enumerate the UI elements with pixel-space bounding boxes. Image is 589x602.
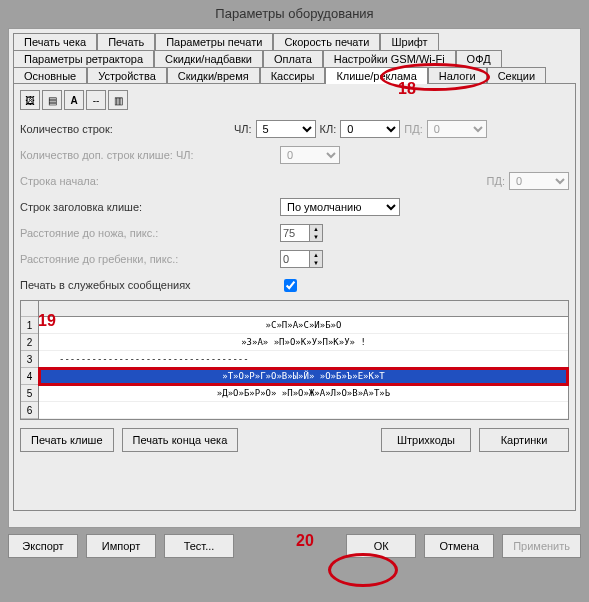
tab-cashiers[interactable]: Кассиры — [260, 67, 326, 84]
select-start-pd: 0 — [509, 172, 569, 190]
select-extra: 0 — [280, 146, 340, 164]
label-knife: Расстояние до ножа, пикс.: — [20, 227, 280, 239]
btn-export[interactable]: Экспорт — [8, 534, 78, 558]
bold-icon[interactable]: A — [64, 90, 84, 110]
tab-receipt-print[interactable]: Печать чека — [13, 33, 97, 50]
btn-barcodes[interactable]: Штрихкоды — [381, 428, 471, 452]
tab-main[interactable]: Основные — [13, 67, 87, 84]
annotation-circle-20 — [328, 553, 398, 587]
tab-discounts[interactable]: Скидки/надбавки — [154, 50, 263, 67]
main-panel: Печать чека Печать Параметры печати Скор… — [8, 28, 581, 528]
annotation-circle-18 — [380, 63, 490, 91]
annotation-18: 18 — [398, 80, 416, 98]
tab-row-3: Основные Устройства Скидки/время Кассиры… — [13, 67, 576, 84]
doc-icon[interactable]: ▤ — [42, 90, 62, 110]
label-pd: ПД: — [404, 123, 422, 135]
spin-comb: ▲▼ — [309, 250, 323, 268]
select-pd: 0 — [427, 120, 487, 138]
grid-row-6[interactable] — [39, 402, 568, 419]
tab-row-1: Печать чека Печать Параметры печати Скор… — [13, 33, 576, 50]
tab-retractor[interactable]: Параметры ретрактора — [13, 50, 154, 67]
spin-knife: ▲▼ — [309, 224, 323, 242]
dialog-buttons: Экспорт Импорт Тест... ОК Отмена Примени… — [8, 534, 581, 558]
checkbox-service[interactable] — [284, 279, 297, 292]
label-lines: Количество строк: — [20, 123, 230, 135]
tab-sections[interactable]: Секции — [487, 67, 546, 84]
input-knife — [280, 224, 310, 242]
select-kl[interactable]: 0 — [340, 120, 400, 138]
tab-devices[interactable]: Устройства — [87, 67, 167, 84]
label-chl: ЧЛ: — [234, 123, 252, 135]
tab-font[interactable]: Шрифт — [380, 33, 438, 50]
tab-content: 18 🖼 ▤ A -- ▥ Количество строк: ЧЛ: 5 КЛ… — [13, 83, 576, 511]
label-extra: Количество доп. строк клише: ЧЛ: — [20, 149, 280, 161]
label-start-pd: ПД: — [487, 175, 505, 187]
label-comb: Расстояние до гребенки, пикс.: — [20, 253, 280, 265]
label-kl: КЛ: — [320, 123, 337, 135]
tab-print-params[interactable]: Параметры печати — [155, 33, 273, 50]
cliche-grid[interactable]: 123456 »С»П»А»С»И»Б»О »З»А» »П»О»К»У»П»К… — [20, 300, 569, 420]
tab-print[interactable]: Печать — [97, 33, 155, 50]
grid-buttons: Печать клише Печать конца чека Штрихкоды… — [20, 428, 569, 452]
tab-row-2: Параметры ретрактора Скидки/надбавки Опл… — [13, 50, 576, 67]
btn-print-end[interactable]: Печать конца чека — [122, 428, 239, 452]
format-toolbar: 🖼 ▤ A -- ▥ — [20, 90, 569, 110]
annotation-19: 19 — [38, 312, 56, 330]
barcode-icon[interactable]: ▥ — [108, 90, 128, 110]
btn-pictures[interactable]: Картинки — [479, 428, 569, 452]
btn-print-cliche[interactable]: Печать клише — [20, 428, 114, 452]
label-service: Печать в служебных сообщениях — [20, 279, 280, 291]
dash-icon[interactable]: -- — [86, 90, 106, 110]
btn-import[interactable]: Импорт — [86, 534, 156, 558]
image-icon[interactable]: 🖼 — [20, 90, 40, 110]
grid-row-2[interactable]: »З»А» »П»О»К»У»П»К»У» ! — [39, 334, 568, 351]
btn-test[interactable]: Тест... — [164, 534, 234, 558]
select-header[interactable]: По умолчанию — [280, 198, 400, 216]
tab-disc-time[interactable]: Скидки/время — [167, 67, 260, 84]
annotation-20: 20 — [296, 532, 314, 550]
btn-apply: Применить — [502, 534, 581, 558]
label-start: Строка начала: — [20, 175, 230, 187]
input-comb — [280, 250, 310, 268]
window-title: Параметры оборудования — [0, 0, 589, 28]
grid-row-1[interactable]: »С»П»А»С»И»Б»О — [39, 317, 568, 334]
grid-row-3[interactable]: ----------------------------------- — [39, 351, 568, 368]
label-header: Строк заголовка клише: — [20, 201, 280, 213]
grid-row-numbers: 123456 — [21, 301, 39, 419]
tab-payment[interactable]: Оплата — [263, 50, 323, 67]
btn-cancel[interactable]: Отмена — [424, 534, 494, 558]
grid-row-4-selected[interactable]: »Т»О»Р»Г»О»В»Ы»Й» »О»Б»Ъ»Е»К»Т — [39, 368, 568, 385]
select-chl[interactable]: 5 — [256, 120, 316, 138]
tab-print-speed[interactable]: Скорость печати — [273, 33, 380, 50]
grid-row-5[interactable]: »Д»О»Б»Р»О» »П»О»Ж»А»Л»О»В»А»Т»Ь — [39, 385, 568, 402]
